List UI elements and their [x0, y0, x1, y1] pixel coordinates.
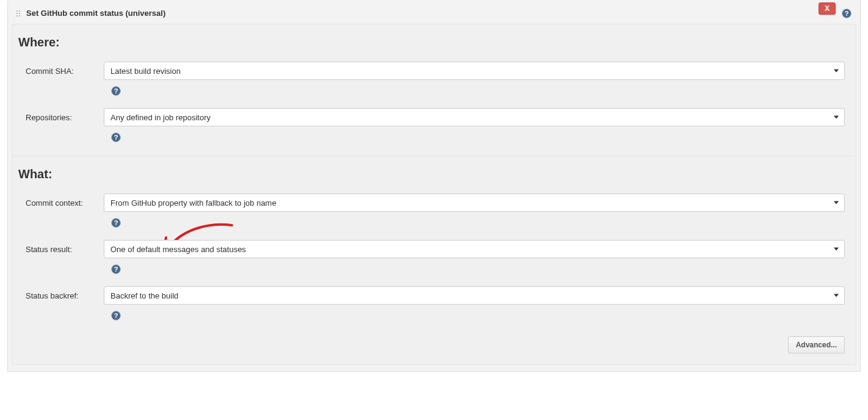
section-header: Set GitHub commit status (universal) X ?	[12, 4, 856, 24]
status-backref-value: Backref to the build	[110, 291, 178, 300]
status-result-help-icon[interactable]: ?	[111, 264, 121, 274]
status-result-row: Status result: One of default messages a…	[12, 236, 856, 262]
where-block: Where: Commit SHA: Latest build revision…	[12, 24, 856, 156]
section-title: Set GitHub commit status (universal)	[26, 9, 165, 18]
status-backref-help-icon[interactable]: ?	[111, 311, 121, 320]
advanced-row: Advanced...	[12, 329, 856, 353]
status-backref-row: Status backref: Backref to the build	[12, 283, 856, 308]
repositories-select[interactable]: Any defined in job repository	[104, 108, 845, 126]
status-backref-select[interactable]: Backref to the build	[104, 286, 845, 305]
commit-sha-value: Latest build revision	[110, 67, 181, 76]
status-backref-label: Status backref:	[18, 291, 104, 300]
where-heading: Where:	[12, 24, 856, 58]
commit-context-select[interactable]: From GitHub property with fallback to jo…	[104, 194, 845, 212]
commit-context-row: Commit context: From GitHub property wit…	[12, 190, 856, 215]
commit-status-section: Set GitHub commit status (universal) X ?…	[7, 0, 861, 372]
what-block: What: Commit context: From GitHub proper…	[12, 156, 856, 358]
drag-handle-icon[interactable]	[15, 9, 21, 18]
section-help-icon[interactable]: ?	[842, 9, 852, 18]
what-heading: What:	[12, 156, 856, 190]
commit-context-value: From GitHub property with fallback to jo…	[110, 198, 277, 208]
section-body: Where: Commit SHA: Latest build revision…	[12, 24, 856, 365]
remove-section-button[interactable]: X	[819, 2, 836, 15]
repositories-value: Any defined in job repository	[110, 113, 211, 122]
commit-sha-row: Commit SHA: Latest build revision	[12, 58, 856, 84]
commit-context-help-icon[interactable]: ?	[111, 218, 121, 228]
commit-context-label: Commit context:	[18, 198, 104, 208]
status-result-select[interactable]: One of default messages and statuses	[104, 240, 845, 258]
repositories-row: Repositories: Any defined in job reposit…	[12, 104, 856, 130]
repositories-label: Repositories:	[18, 113, 104, 122]
commit-sha-label: Commit SHA:	[18, 67, 104, 76]
advanced-button[interactable]: Advanced...	[788, 336, 845, 353]
status-result-value: One of default messages and statuses	[110, 245, 246, 254]
commit-sha-select[interactable]: Latest build revision	[104, 62, 845, 80]
repositories-help-icon[interactable]: ?	[111, 132, 121, 142]
status-result-label: Status result:	[18, 245, 104, 254]
commit-sha-help-icon[interactable]: ?	[111, 86, 121, 96]
